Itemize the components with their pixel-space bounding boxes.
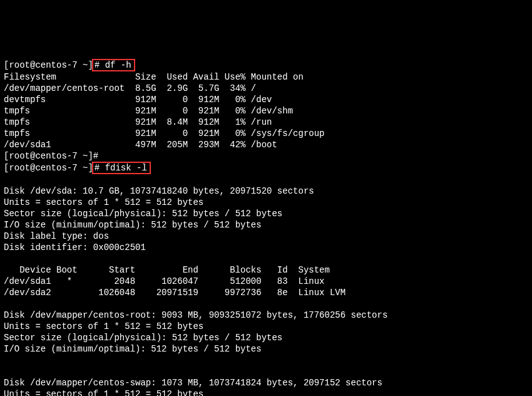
df-row: /dev/sda1 497M 205M 293M 42% /boot <box>4 140 277 150</box>
prompt-prefix: [root@centos-7 ~] <box>4 60 93 70</box>
df-row: /dev/mapper/centos-root 8.5G 2.9G 5.7G 3… <box>4 83 256 93</box>
df-row: tmpfs 921M 0 921M 0% /dev/shm <box>4 106 293 116</box>
fdisk-root-line: Disk /dev/mapper/centos-root: 9093 MB, 9… <box>4 310 387 320</box>
fdisk-sda-line: Disk /dev/sda: 10.7 GB, 10737418240 byte… <box>4 186 314 196</box>
command-fdisk-highlight: # fdisk -l <box>92 162 151 174</box>
prompt-line-1: [root@centos-7 ~]# df -h <box>4 60 135 70</box>
prompt-line-3: [root@centos-7 ~]# fdisk -l <box>4 163 151 173</box>
fdisk-root-line: Units = sectors of 1 * 512 = 512 bytes <box>4 321 203 331</box>
command-df-highlight: # df -h <box>92 59 135 71</box>
df-row: tmpfs 921M 8.4M 912M 1% /run <box>4 117 272 127</box>
fdisk-sda-line: Disk identifier: 0x000c2501 <box>4 242 146 253</box>
fdisk-sda-line: Units = sectors of 1 * 512 = 512 bytes <box>4 197 203 207</box>
partition-row: /dev/sda1 * 2048 1026047 512000 83 Linux <box>4 276 324 286</box>
df-row: devtmpfs 912M 0 912M 0% /dev <box>4 95 272 105</box>
df-header: Filesystem Size Used Avail Use% Mounted … <box>4 72 304 82</box>
fdisk-sda-line: Sector size (logical/physical): 512 byte… <box>4 209 282 219</box>
fdisk-sda-line: I/O size (minimum/optimal): 512 bytes / … <box>4 220 262 230</box>
fdisk-root-line: I/O size (minimum/optimal): 512 bytes / … <box>4 344 262 354</box>
partition-header: Device Boot Start End Blocks Id System <box>4 265 330 275</box>
fdisk-sda-line: Disk label type: dos <box>4 231 109 241</box>
terminal[interactable]: [root@centos-7 ~]# df -h Filesystem Size… <box>4 48 528 396</box>
fdisk-swap-line: Disk /dev/mapper/centos-swap: 1073 MB, 1… <box>4 378 382 388</box>
df-row: tmpfs 921M 0 921M 0% /sys/fs/cgroup <box>4 128 324 138</box>
fdisk-root-line: Sector size (logical/physical): 512 byte… <box>4 333 282 343</box>
prompt-line-2: [root@centos-7 ~]# <box>4 151 98 161</box>
fdisk-swap-line: Units = sectors of 1 * 512 = 512 bytes <box>4 389 203 396</box>
partition-row: /dev/sda2 1026048 20971519 9972736 8e Li… <box>4 288 345 298</box>
prompt-prefix: [root@centos-7 ~] <box>4 163 93 173</box>
